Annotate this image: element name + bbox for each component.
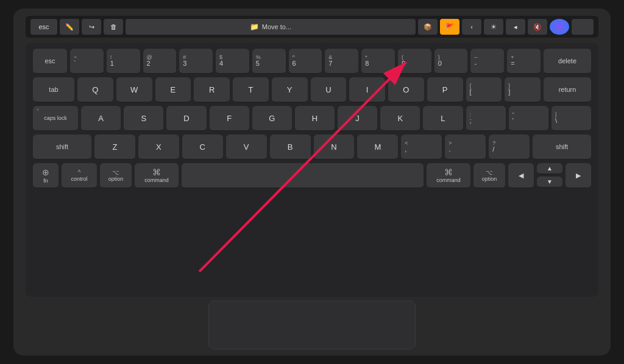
key-j[interactable]: J [338, 106, 377, 131]
key-m[interactable]: M [357, 135, 398, 160]
fn-key[interactable]: ⊕ fn [33, 163, 58, 189]
key-quote[interactable]: "' [509, 106, 548, 131]
key-period[interactable]: >. [445, 135, 486, 160]
bottom-row: ⊕ fn ^ control ⌥ option ⌘ command ⌘ comm… [33, 163, 591, 189]
caps-lock-key[interactable]: caps lock [33, 106, 78, 131]
key-backslash[interactable]: |\ [551, 106, 591, 131]
key-b[interactable]: B [270, 135, 311, 160]
touch-bar: esc ✏️ ↪ 🗑 📁 Move to... 📦 🚩 ‹ ☀ ◂ 🔇 [26, 16, 598, 38]
key-v[interactable]: V [226, 135, 267, 160]
tb-back-icon[interactable]: ‹ [462, 19, 481, 35]
key-2[interactable]: @2 [143, 49, 177, 74]
delete-key[interactable]: delete [544, 49, 591, 74]
left-command-key[interactable]: ⌘ command [135, 163, 179, 189]
key-g[interactable]: G [252, 106, 292, 131]
key-0[interactable]: )0 [434, 49, 468, 74]
tb-mute-icon[interactable]: 🔇 [528, 19, 547, 35]
left-shift-key[interactable]: shift [33, 135, 91, 160]
key-z[interactable]: Z [94, 135, 135, 160]
tb-move-label: Move to... [262, 23, 291, 30]
zxcv-row: shift Z X C V B N M <, >. ?/ shift [33, 135, 591, 160]
key-f[interactable]: F [210, 106, 249, 131]
space-key[interactable] [182, 163, 424, 189]
right-arrow-key[interactable]: ▶ [566, 163, 591, 189]
right-command-key[interactable]: ⌘ command [427, 163, 470, 189]
key-1[interactable]: !1 [107, 49, 140, 74]
number-row: esc ~` !1 @2 #3 $4 %5 ^6 &7 *8 (9 )0 –- … [33, 49, 591, 74]
key-q[interactable]: Q [77, 77, 113, 103]
tb-esc-key[interactable]: esc [30, 19, 57, 35]
key-5[interactable]: %5 [252, 49, 286, 74]
key-e[interactable]: E [155, 77, 191, 103]
esc-key[interactable]: esc [33, 49, 67, 74]
key-slash[interactable]: ?/ [489, 135, 530, 160]
tb-move-to-button[interactable]: 📁 Move to... [126, 19, 416, 35]
key-p[interactable]: P [427, 77, 463, 103]
key-8[interactable]: *8 [361, 49, 395, 74]
folder-icon: 📁 [250, 23, 259, 31]
laptop-body: esc ✏️ ↪ 🗑 📁 Move to... 📦 🚩 ‹ ☀ ◂ 🔇 esc … [13, 9, 611, 355]
key-d[interactable]: D [166, 106, 206, 131]
up-down-arrows: ▲ ▼ [537, 163, 562, 189]
key-minus[interactable]: –- [470, 49, 504, 74]
left-option-key[interactable]: ⌥ option [100, 163, 132, 189]
tb-trash-icon[interactable]: 🗑 [104, 19, 123, 35]
down-arrow-key[interactable]: ▼ [537, 177, 562, 188]
trackpad[interactable] [208, 301, 416, 349]
control-key[interactable]: ^ control [62, 163, 97, 189]
tb-flag-button[interactable]: 🚩 [440, 19, 459, 35]
tab-key[interactable]: tab [33, 77, 74, 103]
up-arrow-key[interactable]: ▲ [537, 163, 562, 175]
key-4[interactable]: $4 [216, 49, 249, 74]
return-key[interactable]: return [544, 77, 591, 103]
tb-forward-icon[interactable]: ↪ [82, 19, 101, 35]
key-y[interactable]: Y [272, 77, 308, 103]
key-u[interactable]: U [311, 77, 347, 103]
right-option-key[interactable]: ⌥ option [473, 163, 505, 189]
key-o[interactable]: O [388, 77, 424, 103]
key-t[interactable]: T [233, 77, 269, 103]
key-backtick[interactable]: ~` [70, 49, 104, 74]
key-comma[interactable]: <, [401, 135, 442, 160]
left-arrow-key[interactable]: ◀ [508, 163, 534, 189]
key-s[interactable]: S [124, 106, 163, 131]
tb-archive-icon[interactable]: 📦 [418, 19, 438, 35]
key-semicolon[interactable]: :; [466, 106, 506, 131]
key-l[interactable]: L [423, 106, 463, 131]
key-h[interactable]: H [295, 106, 335, 131]
key-c[interactable]: C [182, 135, 223, 160]
key-9[interactable]: (9 [398, 49, 431, 74]
key-a[interactable]: A [81, 106, 121, 131]
key-n[interactable]: N [314, 135, 355, 160]
key-6[interactable]: ^6 [289, 49, 322, 74]
tb-power-key[interactable] [572, 19, 594, 35]
key-close-bracket[interactable]: }] [505, 77, 541, 103]
right-shift-key[interactable]: shift [533, 135, 591, 160]
key-r[interactable]: R [194, 77, 230, 103]
tb-brightness-icon[interactable]: ☀ [484, 19, 503, 35]
home-row: caps lock A S D F G H J K L :; "' |\ [33, 106, 591, 131]
key-i[interactable]: I [349, 77, 385, 103]
qwerty-row: tab Q W E R T Y U I O P {[ }] return [33, 77, 591, 103]
key-w[interactable]: W [116, 77, 152, 103]
key-3[interactable]: #3 [179, 49, 213, 74]
key-k[interactable]: K [380, 106, 420, 131]
key-x[interactable]: X [138, 135, 179, 160]
key-open-bracket[interactable]: {[ [466, 77, 502, 103]
tb-siri-button[interactable] [550, 19, 569, 35]
key-equals[interactable]: += [507, 49, 541, 74]
tb-volume-down-icon[interactable]: ◂ [506, 19, 525, 35]
key-7[interactable]: &7 [325, 49, 358, 74]
tb-compose-icon[interactable]: ✏️ [60, 19, 79, 35]
keyboard-area: esc ~` !1 @2 #3 $4 %5 ^6 &7 *8 (9 )0 –- … [26, 43, 598, 297]
